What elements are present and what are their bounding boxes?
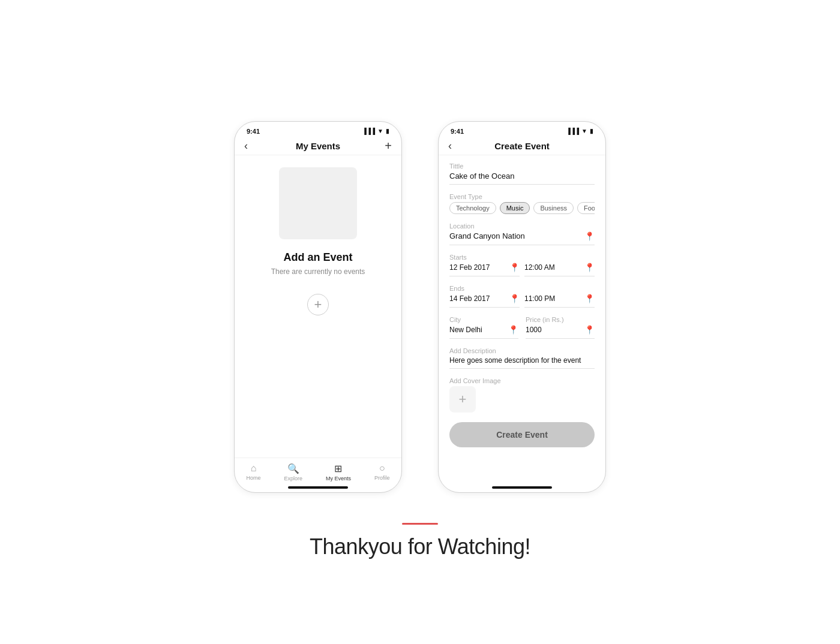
price-label: Price (in Rs.) [526, 316, 595, 323]
price-value[interactable]: 1000 📍 [526, 325, 595, 339]
empty-title: Add an Event [283, 251, 352, 264]
tab-home[interactable]: ⌂ Home [246, 463, 260, 481]
cover-image-add[interactable]: + [449, 386, 476, 413]
starts-time-group: 12:00 AM 📍 [524, 254, 595, 276]
phone1-content: Add an Event There are currently no even… [235, 155, 401, 458]
red-divider [402, 523, 438, 525]
city-pin-icon: 📍 [508, 325, 518, 335]
starts-label: Starts [449, 254, 520, 261]
back-button-1[interactable]: ‹ [244, 140, 248, 152]
status-icons-2: ▐▐▐ ▼ ▮ [566, 128, 593, 134]
location-field-group: Location Grand Canyon Nation 📍 [449, 222, 595, 245]
status-bar-2: 9:41 ▐▐▐ ▼ ▮ [439, 122, 605, 137]
wifi-icon-2: ▼ [581, 128, 587, 134]
signal-icon: ▐▐▐ [362, 128, 375, 134]
create-event-form: Tittle Cake of the Ocean Event Type Tech… [439, 155, 605, 484]
location-label: Location [449, 222, 595, 230]
nav-title-1: My Events [296, 141, 340, 151]
tab-profile-label: Profile [374, 475, 390, 481]
ends-row: Ends 14 Feb 2017 📍 11:00 PM 📍 [449, 285, 595, 308]
event-type-label: Event Type [449, 193, 595, 200]
starts-time-value[interactable]: 12:00 AM 📍 [524, 263, 595, 276]
add-circle-button[interactable]: + [307, 294, 329, 315]
home-indicator-1 [288, 486, 348, 489]
battery-icon: ▮ [386, 128, 389, 134]
status-icons-1: ▐▐▐ ▼ ▮ [362, 128, 389, 134]
tab-my-events[interactable]: ⊞ My Events [326, 463, 351, 482]
description-area: Add Description Here goes some descripti… [449, 347, 595, 369]
event-type-field-group: Event Type Technology Music Business Foo… [449, 193, 595, 214]
starts-date-group: Starts 12 Feb 2017 📍 [449, 254, 520, 276]
tab-explore[interactable]: 🔍 Explore [284, 463, 302, 482]
profile-icon: ○ [379, 463, 385, 474]
home-indicator-2 [492, 486, 552, 489]
chips-row: Technology Music Business Food [449, 202, 595, 214]
ends-date-value[interactable]: 14 Feb 2017 📍 [449, 294, 520, 308]
price-group: Price (in Rs.) 1000 📍 [526, 316, 595, 339]
starts-date-icon: 📍 [509, 263, 520, 272]
phones-container: 9:41 ▐▐▐ ▼ ▮ ‹ My Events + Add an Event … [234, 121, 606, 493]
tab-bar: ⌂ Home 🔍 Explore ⊞ My Events ○ Profile [235, 458, 401, 484]
desc-label: Add Description [449, 347, 595, 354]
nav-title-2: Create Event [494, 141, 550, 151]
tab-profile[interactable]: ○ Profile [374, 463, 390, 481]
cover-label: Add Cover Image [449, 377, 595, 384]
phone-create-event: 9:41 ▐▐▐ ▼ ▮ ‹ Create Event Tittle Cake … [438, 121, 606, 493]
add-event-button[interactable]: + [385, 139, 392, 153]
home-icon: ⌂ [251, 463, 257, 474]
title-label: Tittle [449, 162, 595, 170]
location-value-row: Grand Canyon Nation 📍 [449, 231, 595, 245]
signal-icon-2: ▐▐▐ [566, 128, 579, 134]
title-value[interactable]: Cake of the Ocean [449, 171, 595, 185]
chip-food[interactable]: Food [577, 202, 595, 214]
tab-home-label: Home [246, 475, 260, 481]
nav-bar-1: ‹ My Events + [235, 137, 401, 155]
my-events-icon: ⊞ [334, 463, 342, 474]
location-pin-icon: 📍 [584, 231, 595, 241]
chip-music[interactable]: Music [500, 202, 530, 214]
wifi-icon: ▼ [377, 128, 383, 134]
city-value[interactable]: New Delhi 📍 [449, 325, 518, 339]
tab-my-events-label: My Events [326, 476, 351, 482]
ends-date-group: Ends 14 Feb 2017 📍 [449, 285, 520, 308]
starts-time-icon: 📍 [584, 263, 595, 272]
status-bar-1: 9:41 ▐▐▐ ▼ ▮ [235, 122, 401, 137]
location-value[interactable]: Grand Canyon Nation [449, 231, 525, 240]
starts-row: Starts 12 Feb 2017 📍 12:00 AM 📍 [449, 254, 595, 276]
city-group: City New Delhi 📍 [449, 316, 518, 339]
empty-subtitle: There are currently no events [271, 267, 365, 276]
ends-label: Ends [449, 285, 520, 292]
create-event-button[interactable]: Create Event [449, 422, 595, 447]
back-button-2[interactable]: ‹ [448, 140, 452, 152]
chip-business[interactable]: Business [533, 202, 574, 214]
ends-time-value[interactable]: 11:00 PM 📍 [524, 294, 595, 308]
title-field-group: Tittle Cake of the Ocean [449, 162, 595, 185]
ends-time-group: 11:00 PM 📍 [524, 285, 595, 308]
city-price-row: City New Delhi 📍 Price (in Rs.) 1000 📍 [449, 316, 595, 339]
chip-technology[interactable]: Technology [449, 202, 496, 214]
explore-icon: 🔍 [287, 463, 299, 474]
city-label: City [449, 316, 518, 323]
price-pin-icon: 📍 [584, 325, 595, 335]
placeholder-image [279, 167, 357, 239]
ends-date-icon: 📍 [509, 294, 520, 303]
starts-date-value[interactable]: 12 Feb 2017 📍 [449, 263, 520, 276]
battery-icon-2: ▮ [590, 128, 593, 134]
status-time-1: 9:41 [247, 128, 260, 135]
phone-my-events: 9:41 ▐▐▐ ▼ ▮ ‹ My Events + Add an Event … [234, 121, 402, 493]
thankyou-text: Thankyou for Watching! [310, 534, 530, 559]
nav-bar-2: ‹ Create Event [439, 137, 605, 155]
thankyou-section: Thankyou for Watching! [310, 523, 530, 559]
tab-explore-label: Explore [284, 476, 302, 482]
desc-value[interactable]: Here goes some description for the event [449, 356, 595, 365]
ends-time-icon: 📍 [584, 294, 595, 303]
status-time-2: 9:41 [451, 128, 464, 135]
